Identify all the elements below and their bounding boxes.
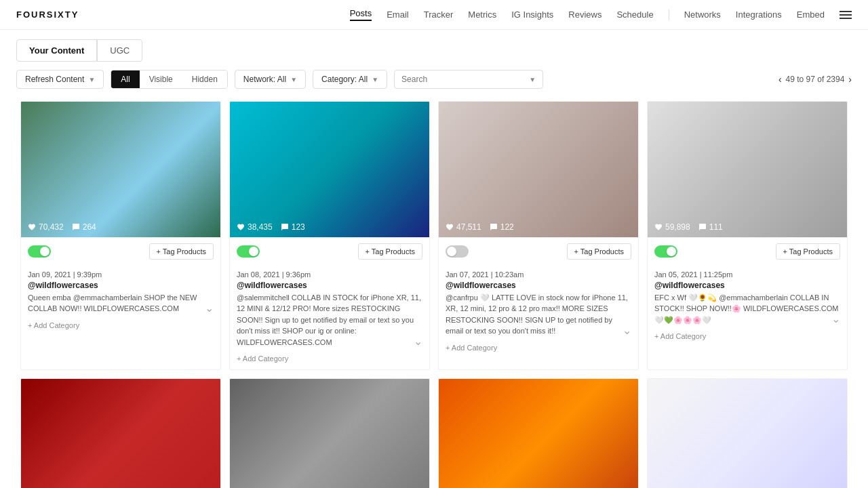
nav-reviews[interactable]: Reviews xyxy=(568,9,601,20)
tab-ugc[interactable]: UGC xyxy=(97,39,142,62)
pagination: ‹ 49 to 97 of 2394 › xyxy=(778,74,852,85)
tag-products-button[interactable]: + Tag Products xyxy=(776,243,840,260)
post-card: 70,432 264 + Tag Products Jan 09, 2021 |… xyxy=(20,101,221,370)
prev-page-button[interactable]: ‹ xyxy=(778,74,782,85)
comment-count: 111 xyxy=(698,222,723,232)
like-count: 70,432 xyxy=(28,222,64,232)
post-card: + Tag Products xyxy=(647,378,848,488)
expand-caption-button[interactable]: ⌄ xyxy=(620,324,631,337)
visibility-filter: All Visible Hidden xyxy=(111,70,228,89)
filter-all[interactable]: All xyxy=(111,70,139,88)
post-caption: @salemmitchell COLLAB IN STOCK for iPhon… xyxy=(237,293,421,346)
heart-icon xyxy=(237,223,245,231)
logo: FOURSIXTY xyxy=(16,9,79,20)
card-actions-row: + Tag Products xyxy=(648,237,847,265)
post-date: Jan 08, 2021 | 9:36pm xyxy=(237,270,422,279)
comment-icon xyxy=(490,223,498,231)
content-tabs: Your Content UGC xyxy=(0,30,868,62)
tab-your-content[interactable]: Your Content xyxy=(16,39,97,62)
nav-email[interactable]: Email xyxy=(387,9,409,20)
post-stats-overlay: 59,898 111 xyxy=(648,217,847,237)
refresh-content-dropdown[interactable]: Refresh Content ▼ xyxy=(16,70,104,89)
card-info: Jan 05, 2021 | 11:25pm @wildflowercases … xyxy=(648,265,847,329)
post-caption: EFC x Wf 🤍🌻💫 @emmachamberlain COLLAB IN … xyxy=(654,293,839,324)
visibility-toggle[interactable] xyxy=(654,245,677,258)
nav-divider xyxy=(669,9,669,20)
search-input[interactable] xyxy=(401,75,525,84)
search-bar: ▼ xyxy=(394,70,543,89)
pagination-text: 49 to 97 of 2394 xyxy=(786,75,845,84)
card-actions-row: + Tag Products xyxy=(21,237,220,265)
post-image xyxy=(21,379,220,488)
filter-hidden[interactable]: Hidden xyxy=(182,70,227,88)
add-category-button[interactable]: + Add Category xyxy=(648,329,847,347)
nav-networks[interactable]: Networks xyxy=(684,9,721,20)
card-body: Jan 08, 2021 | 9:36pm @wildflowercases @… xyxy=(230,265,429,369)
post-handle: @wildflowercases xyxy=(446,281,631,290)
post-card: + Tag Products xyxy=(438,378,639,488)
post-stats-overlay: 70,432 264 xyxy=(21,217,220,237)
post-image: 59,898 111 xyxy=(648,102,847,237)
card-body: Jan 07, 2021 | 10:23am @wildflowercases … xyxy=(439,265,638,359)
comment-count: 264 xyxy=(72,222,96,232)
comment-icon xyxy=(281,223,289,231)
post-card: 47,511 122 + Tag Products Jan 07, 2021 |… xyxy=(438,101,639,370)
expand-caption-button[interactable]: ⌄ xyxy=(202,302,214,314)
next-page-button[interactable]: › xyxy=(848,74,852,85)
post-image: 70,432 264 xyxy=(21,102,220,237)
post-date: Jan 05, 2021 | 11:25pm xyxy=(654,270,840,279)
hamburger-menu[interactable] xyxy=(840,11,852,19)
heart-icon xyxy=(654,223,663,231)
tag-products-button[interactable]: + Tag Products xyxy=(567,243,631,260)
post-image: 47,511 122 xyxy=(439,102,638,237)
nav-ig-insights[interactable]: IG Insights xyxy=(511,9,553,20)
nav-embed[interactable]: Embed xyxy=(797,9,825,20)
chevron-down-icon: ▼ xyxy=(290,76,297,83)
category-filter-dropdown[interactable]: Category: All ▼ xyxy=(313,70,387,89)
post-handle: @wildflowercases xyxy=(237,281,422,290)
post-handle: @wildflowercases xyxy=(28,281,214,290)
card-actions-row: + Tag Products xyxy=(439,237,638,265)
visibility-toggle[interactable] xyxy=(446,245,469,258)
post-stats-overlay: 47,511 122 xyxy=(439,217,638,237)
post-card: + Tag Products xyxy=(20,378,221,488)
post-caption: @canfrpu 🤍 LATTE LOVE in stock now for i… xyxy=(446,293,628,335)
add-category-button[interactable]: + Add Category xyxy=(21,319,220,336)
expand-caption-button[interactable]: ⌄ xyxy=(411,335,422,348)
nav-metrics[interactable]: Metrics xyxy=(468,9,496,20)
nav-tracker[interactable]: Tracker xyxy=(424,9,454,20)
comment-count: 123 xyxy=(281,222,305,232)
add-category-button[interactable]: + Add Category xyxy=(439,341,638,359)
tag-products-button[interactable]: + Tag Products xyxy=(149,243,214,260)
post-stats-overlay: 38,435 123 xyxy=(230,217,429,237)
expand-caption-button[interactable]: ⌄ xyxy=(829,312,840,325)
card-info: Jan 08, 2021 | 9:36pm @wildflowercases @… xyxy=(230,265,429,352)
post-card: + Tag Products xyxy=(229,378,430,488)
tag-products-button[interactable]: + Tag Products xyxy=(358,243,422,260)
post-card: 38,435 123 + Tag Products Jan 08, 2021 |… xyxy=(229,101,430,370)
filter-visible[interactable]: Visible xyxy=(140,70,182,88)
add-category-button[interactable]: + Add Category xyxy=(230,352,429,369)
chevron-down-icon: ▼ xyxy=(372,76,378,83)
card-actions-row: + Tag Products xyxy=(230,237,429,265)
nav-schedule[interactable]: Schedule xyxy=(616,9,653,20)
header: FOURSIXTY Posts Email Tracker Metrics IG… xyxy=(0,0,868,30)
visibility-toggle[interactable] xyxy=(28,245,51,258)
comment-icon xyxy=(698,223,707,231)
search-dropdown-icon[interactable]: ▼ xyxy=(529,76,536,83)
card-info: Jan 07, 2021 | 10:23am @wildflowercases … xyxy=(439,265,638,341)
filter-bar: Refresh Content ▼ All Visible Hidden Net… xyxy=(0,62,868,97)
like-count: 47,511 xyxy=(446,222,481,232)
comment-count: 122 xyxy=(490,222,514,232)
like-count: 38,435 xyxy=(237,222,273,232)
main-nav: Posts Email Tracker Metrics IG Insights … xyxy=(350,8,852,21)
card-info: Jan 09, 2021 | 9:39pm @wildflowercases Q… xyxy=(21,265,220,319)
network-filter-dropdown[interactable]: Network: All ▼ xyxy=(235,70,306,89)
post-image xyxy=(230,379,429,488)
posts-grid: 70,432 264 + Tag Products Jan 09, 2021 |… xyxy=(0,97,868,488)
post-date: Jan 07, 2021 | 10:23am xyxy=(446,270,631,279)
nav-posts[interactable]: Posts xyxy=(350,8,372,21)
like-count: 59,898 xyxy=(654,222,690,232)
visibility-toggle[interactable] xyxy=(237,245,260,258)
nav-integrations[interactable]: Integrations xyxy=(736,9,782,20)
